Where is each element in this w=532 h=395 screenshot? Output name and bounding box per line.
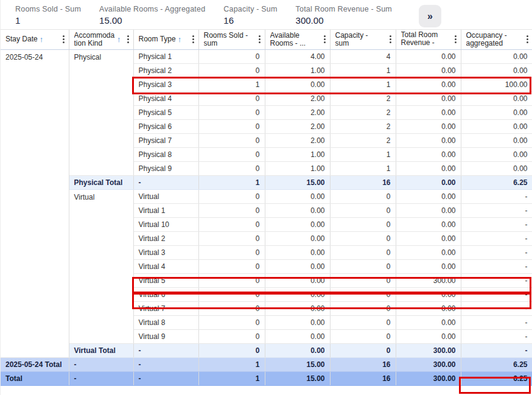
table-cell: 0 — [198, 203, 265, 217]
table-cell: - — [461, 301, 532, 315]
table-cell: 0.00 — [265, 329, 330, 343]
table-cell: 0 — [330, 231, 396, 245]
table-cell: 0 — [198, 147, 265, 161]
column-menu-icon[interactable] — [524, 34, 531, 44]
table-cell: Physical 7 — [133, 133, 198, 147]
table-cell: 0.00 — [265, 315, 330, 329]
table-cell: 0.00 — [396, 77, 461, 91]
table-cell: - — [69, 357, 133, 371]
table-cell: - — [69, 371, 133, 385]
table-cell: 0.00 — [396, 245, 461, 259]
table-cell: 15.00 — [265, 175, 330, 189]
stat-total-room-revenue: Total Room Revenue - Sum 300.00 — [296, 5, 392, 27]
table-cell: 4.00 — [265, 49, 330, 63]
column-header-stay-date[interactable]: Stay Date↑ — [1, 30, 69, 49]
column-header-accommodation-kind[interactable]: Accommodation Kind↑ — [69, 30, 133, 49]
table-cell: 2 — [330, 133, 396, 147]
table-cell: 0.00 — [461, 147, 532, 161]
table-cell: 0 — [198, 49, 265, 63]
column-menu-icon[interactable] — [125, 34, 131, 44]
table-cell: 0 — [330, 301, 396, 315]
table-cell: 6.25 — [461, 175, 532, 189]
column-label: Room Type — [139, 35, 176, 43]
table-cell: 0.00 — [396, 231, 461, 245]
table-cell: 0 — [330, 217, 396, 231]
stat-value: 300.00 — [296, 15, 392, 27]
column-menu-icon[interactable] — [321, 34, 328, 44]
table-cell: Physical 5 — [133, 105, 198, 119]
table-cell: Virtual 3 — [133, 245, 198, 259]
table-cell: 0 — [330, 259, 396, 273]
table-cell: 300.00 — [396, 273, 461, 287]
table-cell: 0.00 — [396, 315, 461, 329]
table-cell: - — [461, 259, 532, 273]
table-cell: 300.00 — [396, 343, 461, 357]
stat-label: Rooms Sold - Sum — [15, 5, 81, 14]
table-cell: - — [461, 287, 532, 301]
pivot-table: Stay Date↑Accommodation Kind↑Room Type↑R… — [1, 30, 532, 386]
table-cell: 0.00 — [461, 161, 532, 175]
table-cell: 2025-05-24 — [1, 49, 69, 357]
column-header-occupancy-aggregated[interactable]: Occupancy - aggregated — [461, 30, 532, 49]
column-menu-icon[interactable] — [60, 34, 67, 44]
table-row: Total--115.0016300.006.25 — [1, 371, 532, 385]
sort-ascending-icon[interactable]: ↑ — [178, 35, 182, 43]
table-cell: 16 — [330, 357, 396, 371]
table-cell: 0.00 — [461, 49, 532, 63]
table-cell: Virtual 7 — [133, 301, 198, 315]
table-cell: - — [133, 175, 198, 189]
table-cell: 6.25 — [461, 371, 532, 385]
column-label: Accommodation Kind — [74, 32, 116, 47]
table-cell: 0 — [198, 329, 265, 343]
expand-panel-button[interactable]: » — [419, 5, 441, 27]
column-menu-icon[interactable] — [256, 34, 263, 44]
column-header-available-rooms[interactable]: Available Rooms - ... — [265, 30, 330, 49]
table-cell: 0 — [330, 189, 396, 203]
table-cell: Virtual Total — [69, 343, 133, 357]
column-header-capacity-sum[interactable]: Capacity - sum — [330, 30, 396, 49]
table-cell: Virtual 4 — [133, 259, 198, 273]
column-header-total-room-revenue-sum[interactable]: Total Room Revenue - sum — [396, 30, 461, 49]
table-cell: Virtual 10 — [133, 217, 198, 231]
table-cell: Virtual 8 — [133, 315, 198, 329]
table-cell: - — [133, 371, 198, 385]
table-cell: 2 — [330, 91, 396, 105]
column-menu-icon[interactable] — [452, 34, 459, 44]
table-cell: 0 — [330, 203, 396, 217]
stat-value: 1 — [15, 15, 81, 27]
table-cell: 6.25 — [461, 357, 532, 371]
table-cell: 0.00 — [396, 259, 461, 273]
stat-label: Available Rooms - Aggregated — [99, 5, 205, 14]
table-cell: 0.00 — [265, 77, 330, 91]
table-cell: 0 — [198, 217, 265, 231]
table-cell: 0.00 — [461, 91, 532, 105]
table-cell: 1.00 — [265, 161, 330, 175]
table-cell: 0.00 — [265, 343, 330, 357]
table-cell: Physical 9 — [133, 161, 198, 175]
sort-ascending-icon[interactable]: ↑ — [117, 35, 121, 43]
table-cell: 0 — [198, 315, 265, 329]
column-menu-icon[interactable] — [387, 34, 394, 44]
table-cell: - — [133, 357, 198, 371]
table-cell: 1.00 — [265, 147, 330, 161]
column-header-rooms-sold-sum[interactable]: Rooms Sold - sum — [198, 30, 265, 49]
table-cell: 0.00 — [396, 63, 461, 77]
table-cell: 0.00 — [461, 63, 532, 77]
table-cell: 1 — [330, 63, 396, 77]
column-label: Capacity - sum — [335, 32, 383, 47]
column-menu-icon[interactable] — [190, 34, 197, 44]
table-cell: 16 — [330, 175, 396, 189]
table-cell: 1 — [198, 77, 265, 91]
sort-ascending-icon[interactable]: ↑ — [40, 35, 44, 43]
column-header-room-type[interactable]: Room Type↑ — [133, 30, 198, 49]
pivot-report-page: Rooms Sold - Sum 1 Available Rooms - Agg… — [0, 0, 532, 395]
table-cell: 0.00 — [396, 287, 461, 301]
column-label: Stay Date — [5, 35, 38, 43]
table-cell: 2.00 — [265, 119, 330, 133]
table-cell: Physical 8 — [133, 147, 198, 161]
stat-available-rooms: Available Rooms - Aggregated 15.00 — [99, 5, 205, 27]
table-cell: 0.00 — [396, 203, 461, 217]
table-cell: Physical 2 — [133, 63, 198, 77]
table-cell: 0.00 — [396, 161, 461, 175]
table-cell: 1 — [198, 357, 265, 371]
